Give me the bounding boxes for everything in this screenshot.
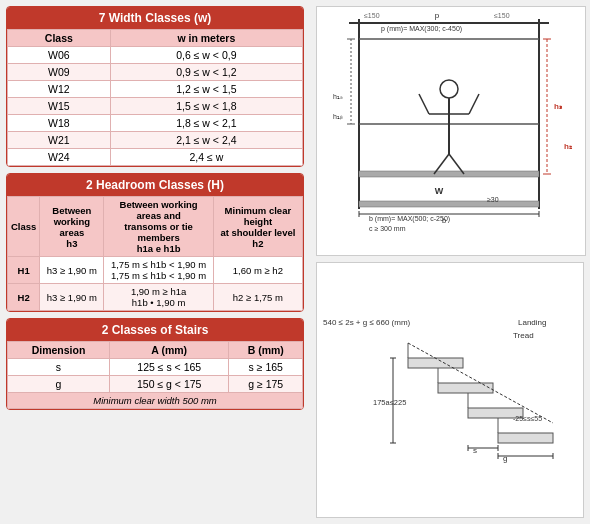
stairs-classes-section: 2 Classes of Stairs Dimension A (mm) B (… [6,318,304,410]
width-col1-header: Class [8,30,111,47]
stairs-a-cell: 125 ≤ s < 165 [109,359,229,376]
svg-text:≤150: ≤150 [494,12,510,19]
svg-text:Landing: Landing [518,318,546,327]
width-class-cell: W18 [8,115,111,132]
svg-rect-8 [359,201,539,207]
headroom-shoulder-cell: 1,60 m ≥ h2 [213,257,302,284]
stairs-b-cell: g ≥ 175 [229,376,303,393]
svg-text:b (mm)= MAX(500; c-250): b (mm)= MAX(500; c-250) [369,215,450,223]
stairs-table-row: g150 ≤ g < 175g ≥ 175 [8,376,303,393]
right-panel: p ≤150 ≤150 p (mm)= MAX(300; c-450) h₃ h… [310,0,590,524]
svg-text:Tread: Tread [513,331,534,340]
width-table-row: W121,2 ≤ w < 1,5 [8,81,303,98]
width-range-cell: 1,2 ≤ w < 1,5 [110,81,302,98]
svg-rect-43 [438,383,493,393]
scaffold-diagram: p ≤150 ≤150 p (mm)= MAX(300; c-450) h₃ h… [316,6,586,256]
stairs-a-cell: 150 ≤ g < 175 [109,376,229,393]
svg-rect-6 [359,171,539,177]
svg-text:p: p [434,11,439,20]
headroom-between-cell: h3 ≥ 1,90 m [40,257,104,284]
width-col2-header: w in meters [110,30,302,47]
width-table-row: W151,5 ≤ w < 1,8 [8,98,303,115]
headroom-col-shoulder: Minimum clear heightat shoulder levelh2 [213,197,302,257]
headroom-col-transoms: Between working areas andtransoms or tie… [104,197,213,257]
left-panel: 7 Width Classes (w) Class w in meters W0… [0,0,310,524]
headroom-transoms-cell: 1,75 m ≤ h1b < 1,90 m1,75 m ≤ h1b < 1,90… [104,257,213,284]
width-range-cell: 2,1 ≤ w < 2,4 [110,132,302,149]
svg-text:p (mm)= MAX(300; c-450): p (mm)= MAX(300; c-450) [381,25,462,33]
stairs-min-clear-cell: Minimum clear width 500 mm [8,393,303,409]
width-class-cell: W21 [8,132,111,149]
stairs-min-clear-row: Minimum clear width 500 mm [8,393,303,409]
width-class-cell: W15 [8,98,111,115]
svg-rect-44 [408,358,463,368]
svg-text:s: s [473,446,477,455]
svg-text:c ≥ 300 mm: c ≥ 300 mm [369,225,406,232]
width-classes-table: Class w in meters W060,6 ≤ w < 0,9W090,9… [7,29,303,166]
svg-text:b: b [441,216,445,225]
headroom-classes-section: 2 Headroom Classes (H) Class Betweenwork… [6,173,304,312]
width-class-cell: W06 [8,47,111,64]
width-classes-section: 7 Width Classes (w) Class w in meters W0… [6,6,304,167]
svg-text:175a≤225: 175a≤225 [373,398,406,407]
stairs-dim-cell: g [8,376,110,393]
svg-rect-41 [498,433,553,443]
headroom-class-cell: H1 [8,257,40,284]
headroom-transoms-cell: 1,90 m ≥ h1ah1b • 1,90 m [104,284,213,311]
svg-text:≥30: ≥30 [487,196,499,203]
headroom-shoulder-cell: h2 ≥ 1,75 m [213,284,302,311]
width-range-cell: 0,9 ≤ w < 1,2 [110,64,302,81]
stairs-col-b: B (mm) [229,342,303,359]
stairs-table-row: s125 ≤ s < 165s ≥ 165 [8,359,303,376]
stair-svg: 540 ≤ 2s + g ≤ 660 (mm) Landing Tread s … [318,313,583,468]
stairs-col-a: A (mm) [109,342,229,359]
stairs-dim-cell: s [8,359,110,376]
svg-text:h₃: h₃ [554,102,563,111]
width-class-cell: W12 [8,81,111,98]
headroom-between-cell: h3 ≥ 1,90 m [40,284,104,311]
width-range-cell: 0,6 ≤ w < 0,9 [110,47,302,64]
width-range-cell: 1,8 ≤ w < 2,1 [110,115,302,132]
width-table-row: W242,4 ≤ w [8,149,303,166]
width-class-cell: W09 [8,64,111,81]
width-range-cell: 2,4 ≤ w [110,149,302,166]
svg-line-12 [419,94,429,114]
svg-text:h₂: h₂ [564,142,573,151]
svg-line-13 [469,94,479,114]
stairs-classes-title: 2 Classes of Stairs [7,319,303,341]
headroom-table-row: H1 h3 ≥ 1,90 m 1,75 m ≤ h1b < 1,90 m1,75… [8,257,303,284]
width-classes-title: 7 Width Classes (w) [7,7,303,29]
svg-text:h₁ₐ: h₁ₐ [333,93,343,100]
width-range-cell: 1,5 ≤ w < 1,8 [110,98,302,115]
width-table-row: W181,8 ≤ w < 2,1 [8,115,303,132]
svg-text:540 ≤ 2s + g ≤ 660 (mm): 540 ≤ 2s + g ≤ 660 (mm) [323,318,411,327]
svg-text:≤150: ≤150 [364,12,380,19]
svg-text:g: g [503,454,507,463]
svg-text:W: W [434,186,443,196]
width-class-cell: W24 [8,149,111,166]
headroom-col-class: Class [8,197,40,257]
svg-text:h₁ᵦ: h₁ᵦ [333,113,343,120]
stairs-col-dim: Dimension [8,342,110,359]
width-table-row: W212,1 ≤ w < 2,4 [8,132,303,149]
headroom-class-cell: H2 [8,284,40,311]
stairs-classes-table: Dimension A (mm) B (mm) s125 ≤ s < 165s … [7,341,303,409]
stair-diagram: 540 ≤ 2s + g ≤ 660 (mm) Landing Tread s … [316,262,584,518]
stairs-b-cell: s ≥ 165 [229,359,303,376]
headroom-classes-title: 2 Headroom Classes (H) [7,174,303,196]
headroom-col-between: Betweenworking areash3 [40,197,104,257]
scaffold-svg: p ≤150 ≤150 p (mm)= MAX(300; c-450) h₃ h… [319,9,584,254]
svg-point-9 [440,80,458,98]
headroom-table-row: H2 h3 ≥ 1,90 m 1,90 m ≥ h1ah1b • 1,90 m … [8,284,303,311]
width-table-row: W060,6 ≤ w < 0,9 [8,47,303,64]
headroom-classes-table: Class Betweenworking areash3 Between wor… [7,196,303,311]
svg-text:-25≤s≤55: -25≤s≤55 [513,415,542,422]
width-table-row: W090,9 ≤ w < 1,2 [8,64,303,81]
